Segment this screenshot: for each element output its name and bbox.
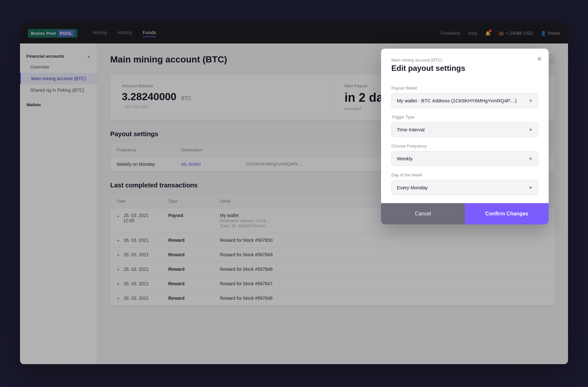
chevron-down-icon: ▼ xyxy=(528,98,533,103)
frequency-select[interactable]: Weekly ▼ xyxy=(391,151,538,166)
confirm-changes-button[interactable]: Confirm Changes xyxy=(465,203,549,224)
modal-title: Edit payout settings xyxy=(391,64,538,73)
frequency-label: Choose Frequency xyxy=(391,144,538,148)
payout-wallet-label: Payout Wallet xyxy=(391,86,538,90)
chevron-down-icon: ▼ xyxy=(528,127,533,132)
modal-footer: Cancel Confirm Changes xyxy=(381,203,549,224)
modal-header: Main mining account (BTC) Edit payout se… xyxy=(381,49,549,79)
chevron-down-icon: ▼ xyxy=(528,185,533,190)
close-icon[interactable]: ✕ xyxy=(537,55,542,63)
chevron-down-icon: ▼ xyxy=(528,156,533,161)
trigger-type-label: Trigger Type xyxy=(391,115,538,119)
day-of-week-select[interactable]: Every Monday ▼ xyxy=(391,180,538,195)
modal-subtitle: Main mining account (BTC) xyxy=(391,58,538,62)
modal-body: Payout Wallet My wallet - BTC Address (1… xyxy=(381,79,549,203)
trigger-type-select[interactable]: Time Interval ▼ xyxy=(391,122,538,137)
edit-payout-modal: ✕ Main mining account (BTC) Edit payout … xyxy=(381,49,549,224)
modal-overlay: ✕ Main mining account (BTC) Edit payout … xyxy=(20,23,568,364)
cancel-button[interactable]: Cancel xyxy=(381,203,465,224)
day-of-week-label: Day of the Week xyxy=(391,173,538,177)
payout-wallet-select[interactable]: My wallet - BTC Address (1CK6KHY6MHgYvmR… xyxy=(391,93,538,108)
